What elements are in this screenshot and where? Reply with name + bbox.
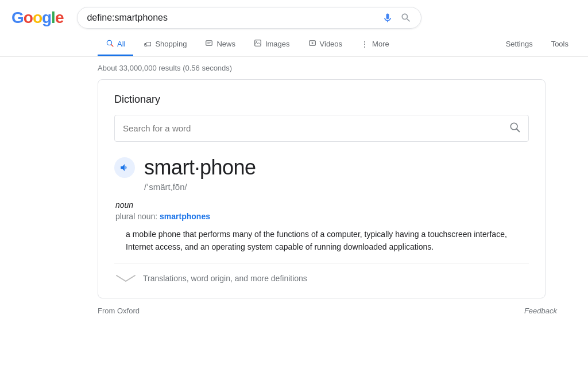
more-definitions-label: Translations, word origin, and more defi… <box>143 274 307 283</box>
audio-button[interactable] <box>114 157 135 178</box>
svg-rect-2 <box>206 41 212 45</box>
plural-line: plural noun: smartphones <box>115 212 529 221</box>
word-heading: smart·phone <box>114 156 529 180</box>
dict-footer: From Oxford Feedback <box>0 298 568 323</box>
images-icon <box>254 39 262 49</box>
nav-tabs: All 🏷 Shopping News Images <box>0 33 588 57</box>
settings-link[interactable]: Settings <box>498 34 541 56</box>
microphone-icon[interactable] <box>382 12 393 24</box>
phonetic: /ˈsmärtˌfōn/ <box>144 182 529 192</box>
tab-shopping-label: Shopping <box>155 40 187 48</box>
tools-link[interactable]: Tools <box>543 34 577 56</box>
tab-news[interactable]: News <box>197 33 243 56</box>
word-search-icon[interactable] <box>509 121 520 135</box>
header: Google <box>0 0 588 33</box>
shopping-icon: 🏷 <box>144 40 152 49</box>
tab-images-label: Images <box>265 40 290 48</box>
dictionary-title: Dictionary <box>114 94 529 106</box>
tab-shopping[interactable]: 🏷 Shopping <box>136 34 195 56</box>
svg-marker-8 <box>311 42 314 44</box>
feedback-link[interactable]: Feedback <box>524 306 557 315</box>
google-logo[interactable]: Google <box>11 9 63 27</box>
search-input[interactable] <box>87 13 377 23</box>
word-text: smart·phone <box>144 156 256 180</box>
source-label: From Oxford <box>98 306 140 315</box>
tab-more[interactable]: ⋮ More <box>353 34 397 56</box>
svg-line-1 <box>111 45 113 46</box>
tab-news-label: News <box>216 40 235 48</box>
tab-videos[interactable]: Videos <box>300 33 351 56</box>
search-bar <box>77 7 421 29</box>
tab-videos-label: Videos <box>320 40 343 48</box>
definition-text: a mobile phone that performs many of the… <box>114 228 529 254</box>
tab-all[interactable]: All <box>98 33 133 56</box>
tab-more-label: More <box>372 40 389 48</box>
tools-label: Tools <box>551 40 568 48</box>
part-of-speech: noun <box>115 200 529 209</box>
search-icons <box>382 12 412 24</box>
all-icon <box>106 39 114 49</box>
nav-settings: Settings Tools <box>498 34 577 56</box>
word-search-input[interactable] <box>123 123 509 133</box>
chevron-down-icon <box>114 273 137 284</box>
results-count: About 33,000,000 results (0.56 seconds) <box>98 64 232 72</box>
videos-icon <box>308 39 316 49</box>
more-definitions[interactable]: Translations, word origin, and more defi… <box>114 263 529 284</box>
tab-all-label: All <box>117 40 125 48</box>
search-submit-icon[interactable] <box>400 12 412 24</box>
more-dots-icon: ⋮ <box>361 40 369 49</box>
results-info: About 33,000,000 results (0.56 seconds) <box>0 57 588 79</box>
word-search-bar <box>114 115 529 142</box>
dictionary-card: Dictionary smart·phone /ˈsmärtˌfōn/ noun… <box>98 79 546 298</box>
settings-label: Settings <box>506 40 533 48</box>
plural-word: smartphones <box>160 212 210 221</box>
news-icon <box>205 39 213 49</box>
svg-line-10 <box>517 129 520 132</box>
tab-images[interactable]: Images <box>246 33 298 56</box>
plural-label: plural noun: <box>115 212 157 221</box>
